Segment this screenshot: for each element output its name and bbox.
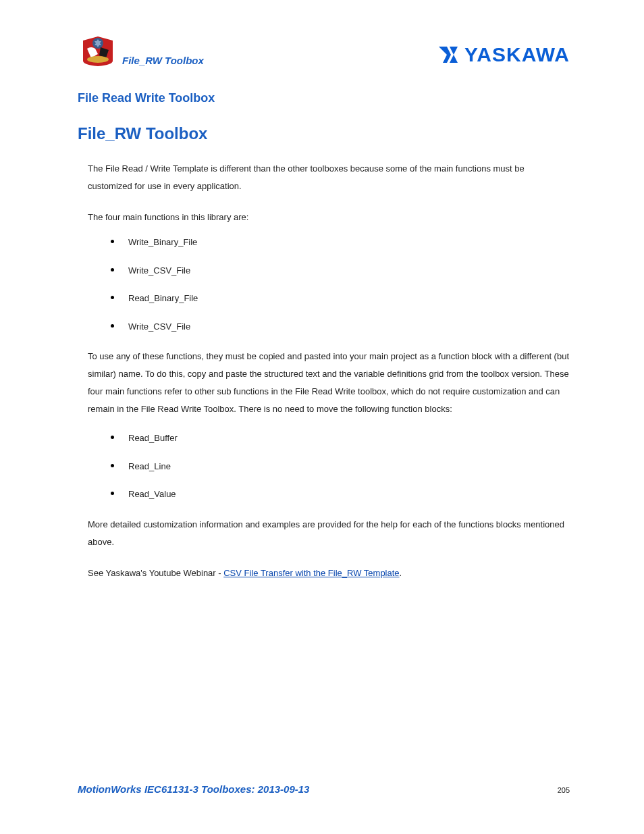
content-body: The File Read / Write Template is differ… [78, 160, 570, 582]
list-item: Write_Binary_File [128, 236, 570, 249]
list-item: Write_CSV_File [128, 264, 570, 278]
main-functions-list: Write_Binary_File Write_CSV_File Read_Bi… [88, 236, 570, 333]
page-header: File_RW Toolbox YASKAWA [78, 34, 570, 68]
list-item: Write_CSV_File [128, 320, 570, 334]
sub-functions-list: Read_Buffer Read_Line Read_Value [88, 432, 570, 501]
paragraph-intro: The File Read / Write Template is differ… [88, 160, 570, 195]
paragraph-more-info: More detailed customization information … [88, 516, 570, 551]
main-title: File_RW Toolbox [78, 124, 570, 143]
page-number: 205 [558, 786, 570, 794]
yaskawa-company-name: YASKAWA [464, 43, 570, 66]
page-footer: MotionWorks IEC61131-3 Toolboxes: 2013-0… [78, 783, 570, 795]
paragraph-usage: To use any of these functions, they must… [88, 348, 570, 418]
header-toolbox-title: File_RW Toolbox [122, 55, 204, 68]
svg-point-1 [87, 56, 109, 63]
footer-title: MotionWorks IEC61131-3 Toolboxes: 2013-0… [78, 783, 309, 795]
header-left-group: File_RW Toolbox [78, 34, 204, 68]
section-title: File Read Write Toolbox [78, 91, 570, 105]
paragraph-link-line: See Yaskawa's Youtube Webinar - CSV File… [88, 565, 570, 582]
link-suffix-text: . [400, 568, 402, 578]
link-prefix-text: See Yaskawa's Youtube Webinar - [88, 568, 223, 578]
list-item: Read_Value [128, 488, 570, 501]
list-item: Read_Buffer [128, 432, 570, 445]
paragraph-list1-intro: The four main functions in this library … [88, 209, 570, 226]
list-item: Read_Line [128, 460, 570, 473]
youtube-webinar-link[interactable]: CSV File Transfer with the File_RW Templ… [223, 568, 399, 578]
toolbox-logo-icon [78, 34, 118, 68]
list-item: Read_Binary_File [128, 292, 570, 305]
yaskawa-logo: YASKAWA [437, 43, 570, 68]
yaskawa-mark-icon [437, 45, 460, 64]
